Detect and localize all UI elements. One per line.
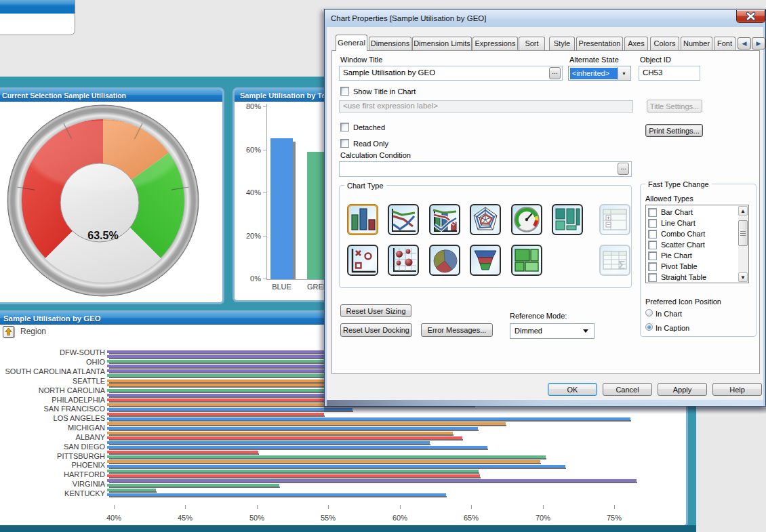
svg-text:Σ: Σ <box>618 259 625 272</box>
